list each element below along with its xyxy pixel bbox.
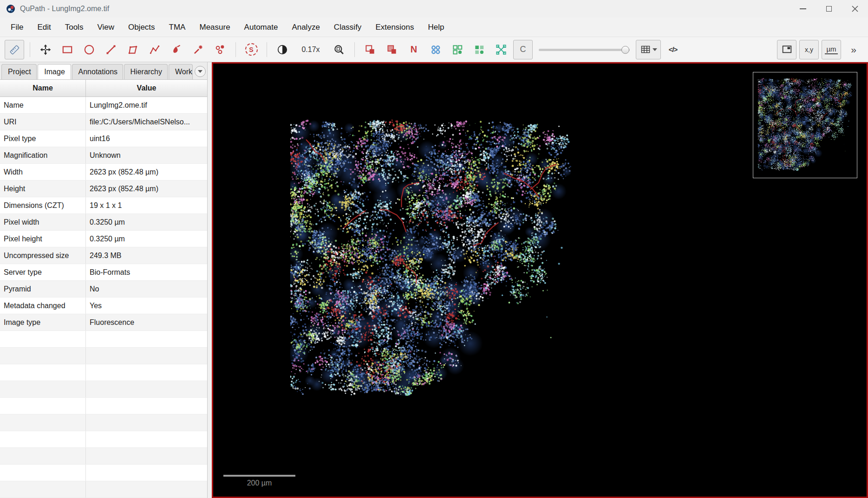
show-classification-button[interactable]: C (513, 40, 533, 59)
title-bar[interactable]: QuPath - LungImg2.ome.tif (0, 0, 868, 18)
table-row[interactable]: Server type Bio-Formats (0, 264, 207, 281)
brush-tool-button[interactable] (167, 40, 186, 59)
brightness-contrast-button[interactable] (273, 40, 292, 59)
property-name (0, 431, 86, 447)
table-row[interactable]: Dimensions (CZT) 19 x 1 x 1 (0, 197, 207, 214)
menu-item[interactable]: Measure (192, 18, 237, 37)
property-name (0, 381, 86, 397)
menu-item[interactable]: View (90, 18, 121, 37)
fluorescence-image[interactable] (290, 119, 572, 396)
rectangle-tool-button[interactable] (58, 40, 77, 59)
show-annotations-icon (364, 44, 376, 56)
tab-workflow[interactable]: Work (169, 64, 193, 79)
table-row[interactable]: Name LungImg2.ome.tif (0, 97, 207, 114)
menu-item[interactable]: Analyze (285, 18, 326, 37)
opacity-slider-knob[interactable] (621, 46, 629, 54)
menu-item[interactable]: File (4, 18, 30, 37)
table-row[interactable] (0, 348, 207, 364)
table-row[interactable]: Pyramid No (0, 281, 207, 298)
ellipse-tool-button[interactable] (79, 40, 99, 59)
zoom-to-fit-button[interactable] (329, 40, 349, 59)
chevron-down-icon (198, 70, 202, 73)
toolbar-separator (235, 42, 236, 57)
selection-mode-icon: S (245, 43, 258, 56)
table-row[interactable] (0, 431, 207, 448)
table-row[interactable] (0, 398, 207, 414)
toolbar-separator (354, 42, 355, 57)
maximize-button[interactable] (816, 0, 842, 18)
points-tool-button[interactable] (210, 40, 230, 59)
table-row[interactable]: Metadata changed Yes (0, 298, 207, 314)
measurement-tables-button[interactable] (636, 40, 661, 59)
move-tool-button[interactable] (36, 40, 55, 59)
property-value (86, 381, 207, 397)
line-icon (105, 44, 117, 56)
fill-annotations-icon (386, 44, 398, 56)
table-row[interactable]: Magnification Unknown (0, 147, 207, 164)
opacity-slider-track[interactable] (539, 49, 630, 51)
property-value: uint16 (86, 130, 207, 147)
script-editor-icon: </> (669, 45, 678, 53)
column-header-value[interactable]: Value (86, 80, 207, 97)
table-row[interactable] (0, 481, 207, 498)
table-row[interactable] (0, 414, 207, 431)
tab-overflow-button[interactable] (195, 66, 206, 77)
tab-annotations[interactable]: Annotations (72, 64, 123, 79)
menu-item[interactable]: TMA (162, 18, 193, 37)
table-row[interactable]: Height 2623 px (852.48 µm) (0, 181, 207, 197)
show-annotations-button[interactable] (360, 40, 380, 59)
menu-item[interactable]: Edit (30, 18, 58, 37)
property-name (0, 364, 86, 381)
table-row[interactable] (0, 448, 207, 465)
menu-item[interactable]: Help (421, 18, 451, 37)
wand-tool-button[interactable] (189, 40, 208, 59)
selection-mode-button[interactable]: S (241, 40, 261, 59)
tab-hierarchy[interactable]: Hierarchy (124, 64, 168, 79)
menu-item[interactable]: Tools (58, 18, 91, 37)
pixel-classification-icon (495, 44, 507, 56)
property-name (0, 331, 86, 347)
show-names-button[interactable]: N (404, 40, 424, 59)
column-header-name[interactable]: Name (0, 80, 86, 97)
show-detections-button[interactable] (448, 40, 467, 59)
line-tool-button[interactable] (101, 40, 121, 59)
table-row[interactable]: Width 2623 px (852.48 µm) (0, 164, 207, 181)
table-row[interactable] (0, 364, 207, 381)
split-pane-divider[interactable] (208, 62, 212, 498)
opacity-slider[interactable] (539, 40, 630, 59)
main-area: Project Image Annotations Hierarchy Work… (0, 62, 868, 498)
polygon-tool-button[interactable] (123, 40, 143, 59)
minimize-button[interactable] (790, 0, 816, 18)
overview-thumbnail[interactable] (753, 72, 857, 178)
script-editor-button[interactable]: </> (663, 40, 683, 59)
tab-image[interactable]: Image (38, 64, 71, 79)
fill-detections-button[interactable] (470, 40, 489, 59)
menu-item[interactable]: Objects (121, 18, 162, 37)
show-overview-button[interactable] (777, 40, 796, 59)
polyline-tool-button[interactable] (145, 40, 164, 59)
table-row[interactable]: Uncompressed size 249.3 MB (0, 247, 207, 264)
table-row[interactable]: Pixel type uint16 (0, 130, 207, 147)
tab-project[interactable]: Project (1, 64, 37, 79)
toolbar: S 0.17x (0, 37, 868, 62)
show-location-button[interactable]: x,y (799, 40, 819, 59)
table-row[interactable] (0, 465, 207, 481)
ruler-tool-button[interactable] (5, 40, 24, 59)
show-tma-grid-button[interactable] (426, 40, 445, 59)
table-row[interactable] (0, 331, 207, 348)
image-viewer[interactable]: 200 µm (212, 62, 868, 498)
menu-item[interactable]: Extensions (368, 18, 421, 37)
menu-item[interactable]: Automate (237, 18, 285, 37)
close-button[interactable] (842, 0, 868, 18)
show-scalebar-button[interactable]: µm (822, 40, 841, 59)
fill-annotations-button[interactable] (382, 40, 402, 59)
table-row[interactable]: Pixel width 0.3250 µm (0, 214, 207, 231)
table-row[interactable]: Pixel height 0.3250 µm (0, 231, 207, 247)
toolbar-overflow-button[interactable]: » (844, 40, 863, 59)
zoom-magnification-value[interactable]: 0.17x (299, 45, 322, 54)
table-row[interactable] (0, 381, 207, 398)
table-row[interactable]: URI file:/C:/Users/MichaelSNelso... (0, 114, 207, 130)
table-row[interactable]: Image type Fluorescence (0, 314, 207, 331)
menu-item[interactable]: Classify (327, 18, 369, 37)
pixel-classification-button[interactable] (491, 40, 511, 59)
